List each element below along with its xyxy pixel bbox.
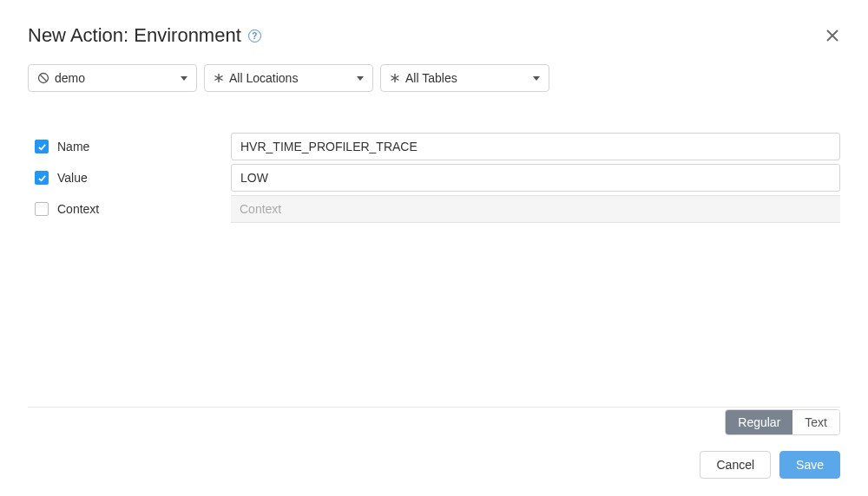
locations-dropdown[interactable]: All Locations (204, 64, 373, 92)
chevron-down-icon (357, 76, 364, 81)
view-toggle: Regular Text (725, 409, 840, 435)
value-checkbox[interactable] (35, 171, 49, 185)
toggle-regular[interactable]: Regular (726, 410, 792, 434)
locations-dropdown-label: All Locations (229, 71, 298, 85)
context-label: Context (57, 202, 99, 216)
tables-dropdown[interactable]: All Tables (380, 64, 549, 92)
channel-dropdown[interactable]: demo (28, 64, 197, 92)
checkbox-wrap-value: Value (35, 171, 231, 185)
svg-line-3 (40, 75, 47, 82)
context-checkbox[interactable] (35, 202, 49, 216)
dialog-header: New Action: Environment ? (28, 24, 840, 47)
chevron-down-icon (181, 76, 187, 81)
close-icon[interactable] (825, 28, 840, 43)
form-row-value: Value (35, 163, 840, 193)
toggle-text[interactable]: Text (792, 410, 839, 434)
help-icon[interactable]: ? (248, 29, 261, 42)
name-checkbox[interactable] (35, 140, 49, 153)
value-label: Value (57, 171, 88, 185)
title-wrap: New Action: Environment ? (28, 24, 261, 47)
asterisk-icon (390, 73, 400, 83)
dialog-footer: Regular Text Cancel Save (28, 407, 840, 479)
dialog-title: New Action: Environment (28, 24, 241, 47)
footer-divider (28, 407, 840, 408)
form-row-name: Name (35, 132, 840, 161)
cancel-button[interactable]: Cancel (700, 451, 771, 479)
channel-icon (37, 72, 49, 84)
save-button[interactable]: Save (779, 451, 840, 479)
value-input[interactable] (231, 164, 840, 192)
chevron-down-icon (533, 76, 540, 81)
form-body: Name Value Context (28, 132, 840, 224)
asterisk-icon (214, 73, 224, 83)
channel-dropdown-label: demo (55, 71, 85, 85)
filter-bar: demo All Locations All Tables (28, 64, 840, 92)
checkbox-wrap-name: Name (35, 140, 231, 153)
name-label: Name (57, 140, 89, 153)
action-row: Cancel Save (28, 451, 840, 479)
name-input[interactable] (231, 133, 840, 160)
form-row-context: Context (35, 194, 840, 224)
tables-dropdown-label: All Tables (405, 71, 457, 85)
context-input (231, 195, 840, 223)
checkbox-wrap-context: Context (35, 202, 231, 216)
